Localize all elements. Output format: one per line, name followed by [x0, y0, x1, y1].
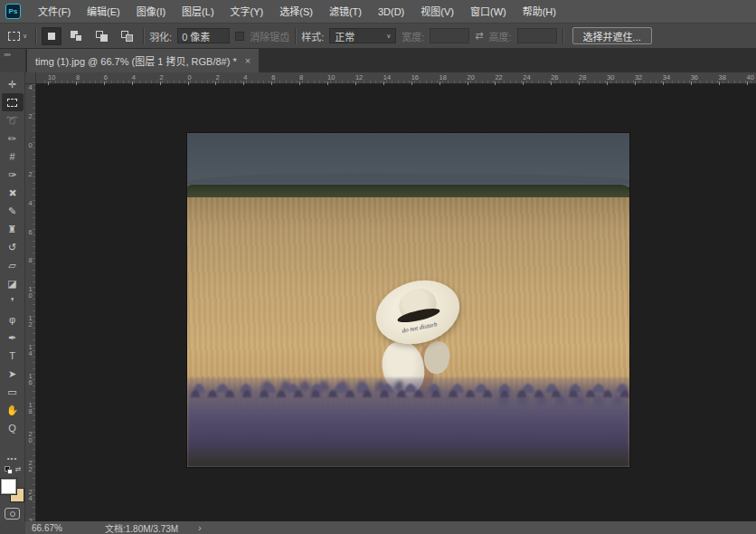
ruler-h-label: 2 [160, 73, 164, 81]
style-value: 正常 [335, 29, 354, 43]
close-tab-icon[interactable]: × [245, 55, 250, 66]
menu-type[interactable]: 文字(Y) [222, 0, 272, 24]
subtract-from-selection-button[interactable] [92, 27, 112, 45]
dodge-tool[interactable]: φ [2, 310, 24, 329]
ruler-h-label: 40 [747, 73, 754, 81]
hand-tool[interactable]: ✋ [2, 401, 24, 419]
zoom-tool-icon: Q [8, 423, 16, 434]
history-brush-tool-icon: ↺ [8, 242, 16, 253]
status-options-chevron-icon[interactable]: › [198, 523, 201, 533]
menu-filter[interactable]: 滤镜(T) [321, 0, 370, 24]
eraser-tool[interactable]: ▱ [2, 256, 24, 274]
photoshop-logo-icon[interactable]: Ps [5, 4, 21, 19]
quick-mask-icon [10, 511, 15, 517]
menu-select[interactable]: 选择(S) [271, 0, 321, 24]
tools-panel-collapse-button[interactable]: »» [0, 49, 25, 72]
ruler-v-label: 2 [26, 112, 34, 119]
photoshop-window: Ps 文件(F) 编辑(E) 图像(I) 图层(L) 文字(Y) 选择(S) 滤… [0, 0, 756, 534]
new-selection-icon [48, 33, 55, 40]
width-label: 宽度: [402, 29, 424, 43]
blur-tool-icon: ❜ [11, 296, 14, 308]
pen-tool[interactable]: ✒ [2, 329, 24, 347]
style-select[interactable]: 正常 ∨ [329, 28, 396, 43]
gradient-tool[interactable]: ◪ [2, 274, 24, 292]
style-label: 样式: [301, 29, 324, 43]
menu-edit[interactable]: 编辑(E) [79, 0, 128, 24]
foreground-color-swatch[interactable] [1, 479, 16, 494]
ruler-h-label: 30 [607, 73, 614, 81]
tools-panel: ✛➰✏#✑✚✎♜↺▱◪❜φ✒T➤▭✋Q ••• ⇄ [0, 72, 25, 521]
rectangular-marquee-tool[interactable] [2, 93, 24, 111]
crop-tool[interactable]: # [2, 148, 24, 166]
ruler-h-label: 6 [104, 73, 108, 81]
lasso-tool[interactable]: ➰ [2, 111, 24, 129]
menu-window[interactable]: 窗口(W) [462, 0, 515, 24]
tool-preset-picker[interactable]: ∨ [5, 30, 30, 43]
ruler-h-label: 14 [383, 73, 391, 81]
blur-tool[interactable]: ❜ [2, 292, 24, 310]
canvas-area[interactable]: 1086420246810121416182022242628303234363… [25, 72, 756, 521]
default-colors-icon2 [7, 469, 13, 474]
ruler-h-label: 2 [215, 73, 219, 81]
feather-input[interactable]: 0 像素 [177, 28, 230, 43]
edit-toolbar-button[interactable]: ••• [7, 454, 17, 465]
document-tab-bar: »» timg (1).jpg @ 66.7% (图层 1 拷贝, RGB/8#… [0, 49, 756, 72]
separator [295, 28, 296, 44]
ruler-h-label: 4 [243, 73, 247, 81]
horizontal-ruler[interactable]: 1086420246810121416182022242628303234363… [36, 72, 756, 84]
type-tool[interactable]: T [2, 347, 24, 365]
rectangle-tool[interactable]: ▭ [2, 383, 24, 401]
ruler-corner [25, 72, 36, 84]
photo-canvas[interactable]: do not disturb [187, 133, 629, 467]
ruler-h-label: 34 [663, 73, 670, 81]
rectangular-marquee-tool-icon [7, 99, 17, 107]
quick-selection-tool[interactable]: ✏ [2, 129, 24, 148]
eyedropper-tool[interactable]: ✑ [2, 166, 24, 184]
swap-colors-icon[interactable]: ⇄ [15, 465, 22, 473]
spot-healing-brush-tool[interactable]: ✚ [2, 184, 24, 202]
photo-lavender-shadow [187, 443, 629, 467]
ruler-v-label: 4 [26, 199, 34, 205]
intersect-selection-button[interactable] [118, 27, 137, 45]
new-selection-button[interactable] [42, 27, 61, 45]
menu-view[interactable]: 视图(V) [412, 0, 462, 24]
ruler-h-label: 0 [188, 73, 192, 81]
marquee-preset-icon [8, 32, 20, 41]
status-bar: 66.67% 文档:1.80M/3.73M › [25, 521, 756, 534]
rectangle-tool-icon: ▭ [7, 386, 16, 398]
zoom-level-field[interactable]: 66.67% [25, 523, 78, 533]
history-brush-tool[interactable]: ↺ [2, 238, 24, 256]
menu-help[interactable]: 帮助(H) [515, 0, 564, 24]
quick-selection-tool-icon: ✏ [8, 133, 16, 145]
hand-tool-icon: ✋ [6, 405, 19, 416]
path-selection-tool[interactable]: ➤ [2, 365, 24, 383]
menu-3d[interactable]: 3D(D) [370, 0, 412, 24]
move-tool[interactable]: ✛ [2, 75, 24, 93]
document-size-info[interactable]: 文档:1.80M/3.73M [105, 521, 178, 534]
ruler-h-label: 24 [523, 73, 530, 81]
clone-stamp-tool[interactable]: ♜ [2, 220, 24, 238]
menu-layer[interactable]: 图层(L) [174, 0, 222, 24]
menu-image[interactable]: 图像(I) [128, 0, 174, 24]
swap-dimensions-icon: ⇄ [475, 30, 483, 42]
antialias-checkbox [235, 32, 244, 41]
zoom-tool[interactable]: Q [2, 419, 24, 437]
crop-tool-icon: # [9, 151, 14, 162]
default-colors-control[interactable]: ⇄ [4, 465, 22, 476]
ruler-h-label: 26 [551, 73, 558, 81]
feather-label: 羽化: [149, 29, 172, 43]
brush-tool[interactable]: ✎ [2, 202, 24, 220]
ruler-v-label: 8 [26, 256, 34, 262]
photo-treeline [187, 185, 629, 198]
status-corner [0, 521, 25, 534]
separator [562, 28, 563, 44]
quick-mask-button[interactable] [5, 508, 20, 520]
add-to-selection-button[interactable] [67, 27, 87, 45]
ruler-h-label: 16 [411, 73, 419, 81]
menu-file[interactable]: 文件(F) [30, 0, 79, 24]
ruler-h-label: 12 [355, 73, 363, 81]
vertical-ruler[interactable]: 4202468101214161820222426 [25, 84, 36, 521]
document-tab[interactable]: timg (1).jpg @ 66.7% (图层 1 拷贝, RGB/8#) *… [27, 49, 259, 72]
select-and-mask-button[interactable]: 选择并遮住... [572, 27, 652, 44]
toolbar-extras: ••• ⇄ [1, 454, 24, 521]
